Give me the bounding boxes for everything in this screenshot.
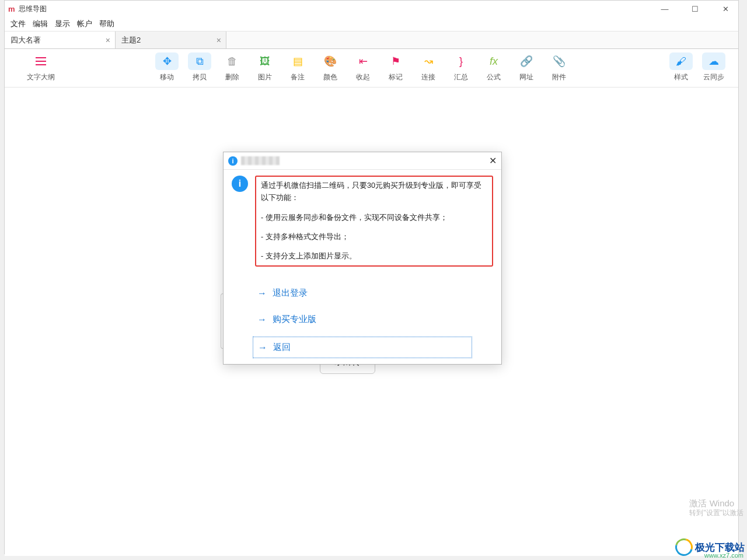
- tab-inactive[interactable]: 主题2 ×: [116, 32, 226, 48]
- menu-help[interactable]: 帮助: [99, 19, 114, 29]
- tool-label: 网址: [519, 72, 533, 82]
- tab-close-icon[interactable]: ×: [106, 36, 110, 45]
- tool-label: 云同步: [703, 72, 724, 82]
- tool-url[interactable]: 🔗 网址: [510, 52, 543, 82]
- link-arrow-icon: ↝: [417, 52, 440, 70]
- upgrade-dialog: i ✕ i 通过手机微信扫描二维码，只要30元购买升级到专业版，即可享受以下功能…: [223, 152, 502, 365]
- tool-label: 文字大纲: [27, 72, 55, 82]
- tool-link[interactable]: ↝ 连接: [412, 52, 445, 82]
- tool-label: 收起: [356, 72, 370, 82]
- close-button[interactable]: ✕: [716, 5, 735, 13]
- tool-label: 连接: [421, 72, 435, 82]
- tool-label: 删除: [225, 72, 239, 82]
- flag-icon: ⚑: [384, 52, 407, 70]
- menubar: 文件 编辑 显示 帐户 帮助: [5, 17, 738, 32]
- toolbar: 文字大纲 ✥ 移动 ⧉ 拷贝 🗑 删除 🖼 图片 ▤ 备注 🎨 颜色 ⇤ 收: [5, 49, 738, 88]
- note-icon: ▤: [286, 52, 309, 70]
- tab-close-icon[interactable]: ×: [217, 36, 221, 45]
- tool-label: 样式: [674, 72, 688, 82]
- dialog-actions: → 退出登录 → 购买专业版 → 返回: [224, 272, 501, 364]
- tool-text-outline[interactable]: 文字大纲: [13, 52, 69, 82]
- dialog-text-line: - 支持分支上添加图片显示。: [261, 250, 487, 262]
- tab-active[interactable]: 四大名著 ×: [5, 32, 116, 48]
- arrow-right-icon: →: [257, 288, 267, 299]
- trash-icon: 🗑: [221, 52, 244, 70]
- tool-color[interactable]: 🎨 颜色: [314, 52, 347, 82]
- dialog-close-button[interactable]: ✕: [489, 155, 497, 166]
- copy-icon: ⧉: [188, 52, 211, 70]
- tool-label: 附件: [552, 72, 566, 82]
- windows-activation-watermark: 激活 Windo 转到"设置"以激活: [689, 498, 743, 518]
- source-watermark: 极光下载站 www.xz7.com: [636, 534, 747, 560]
- tool-label: 移动: [160, 72, 174, 82]
- list-icon: [29, 52, 53, 70]
- tool-label: 公式: [487, 72, 501, 82]
- tool-label: 备注: [291, 72, 305, 82]
- tool-move[interactable]: ✥ 移动: [151, 52, 183, 82]
- tool-copy[interactable]: ⧉ 拷贝: [183, 52, 216, 82]
- app-logo-icon: m: [8, 5, 15, 13]
- dialog-text-line: - 支持多种格式文件导出；: [261, 231, 487, 243]
- titlebar: m 思维导图 — ☐ ✕: [5, 1, 738, 17]
- tool-label: 颜色: [323, 72, 337, 82]
- url-icon: 🔗: [515, 52, 538, 70]
- image-icon: 🖼: [253, 52, 277, 70]
- highlighted-info-box: 通过手机微信扫描二维码，只要30元购买升级到专业版，即可享受以下功能： - 使用…: [255, 176, 493, 267]
- menu-edit[interactable]: 编辑: [33, 19, 48, 29]
- tool-cloud-sync[interactable]: ☁ 云同步: [697, 52, 730, 82]
- info-icon: i: [228, 156, 238, 166]
- info-icon: i: [232, 176, 248, 192]
- dialog-title-blurred: [241, 156, 280, 165]
- action-label: 购买专业版: [273, 314, 316, 325]
- brand-url: www.xz7.com: [704, 552, 743, 559]
- dialog-titlebar: i ✕: [224, 152, 501, 170]
- formula-icon: fx: [482, 52, 505, 70]
- tool-label: 汇总: [454, 72, 468, 82]
- collapse-icon: ⇤: [351, 52, 375, 70]
- brand-logo-icon: [672, 536, 696, 559]
- tool-image[interactable]: 🖼 图片: [249, 52, 281, 82]
- action-label: 退出登录: [273, 288, 308, 299]
- purchase-button[interactable]: → 购买专业版: [253, 310, 472, 328]
- arrow-right-icon: →: [258, 342, 267, 353]
- tab-label: 四大名著: [11, 35, 41, 46]
- tool-style[interactable]: 🖌 样式: [665, 52, 697, 82]
- tool-label: 标记: [389, 72, 403, 82]
- paperclip-icon: 📎: [547, 52, 571, 70]
- menu-account[interactable]: 帐户: [77, 19, 92, 29]
- tool-summary[interactable]: } 汇总: [445, 52, 477, 82]
- tabbar: 四大名著 × 主题2 ×: [5, 32, 738, 49]
- palette-icon: 🎨: [319, 52, 342, 70]
- watermark-line: 激活 Windo: [689, 498, 743, 509]
- tool-delete[interactable]: 🗑 删除: [216, 52, 249, 82]
- menu-view[interactable]: 显示: [55, 19, 70, 29]
- arrow-right-icon: →: [257, 314, 267, 325]
- move-icon: ✥: [155, 52, 179, 70]
- summary-icon: }: [449, 52, 473, 70]
- dialog-text-line: - 使用云服务同步和备份文件，实现不同设备文件共享；: [261, 212, 487, 224]
- brush-icon: 🖌: [669, 52, 693, 70]
- maximize-button[interactable]: ☐: [686, 5, 704, 13]
- cloud-icon: ☁: [702, 52, 725, 70]
- logout-button[interactable]: → 退出登录: [253, 284, 472, 302]
- tool-formula[interactable]: fx 公式: [477, 52, 510, 82]
- tool-label: 图片: [258, 72, 272, 82]
- app-title: 思维导图: [19, 4, 655, 14]
- dialog-text-line: 通过手机微信扫描二维码，只要30元购买升级到专业版，即可享受以下功能：: [261, 180, 487, 205]
- action-label: 返回: [273, 342, 291, 353]
- tool-collapse[interactable]: ⇤ 收起: [347, 52, 379, 82]
- menu-file[interactable]: 文件: [11, 19, 26, 29]
- tool-note[interactable]: ▤ 备注: [281, 52, 314, 82]
- tool-attachment[interactable]: 📎 附件: [543, 52, 575, 82]
- watermark-line: 转到"设置"以激活: [689, 509, 743, 518]
- tool-label: 拷贝: [193, 72, 207, 82]
- back-button[interactable]: → 返回: [253, 337, 472, 358]
- tab-label: 主题2: [121, 35, 141, 46]
- minimize-button[interactable]: —: [655, 5, 674, 13]
- tool-mark[interactable]: ⚑ 标记: [379, 52, 412, 82]
